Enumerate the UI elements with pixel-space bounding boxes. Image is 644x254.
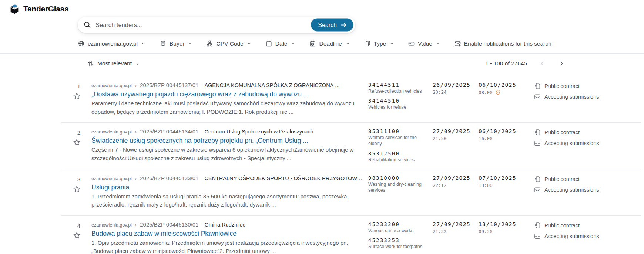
tag-label: Public contract — [544, 129, 580, 136]
filter-type-label: Type — [374, 40, 386, 47]
result-title[interactable]: Usługi prania — [91, 184, 362, 191]
star-icon — [73, 185, 81, 194]
result-buyer: AGENCJA KOMUNALNA SPÓŁKA Z OGRANICZONĄ .… — [204, 82, 339, 88]
result-title[interactable]: „Dostawa używanego pojazdu ciężarowego w… — [91, 90, 362, 98]
hierarchy-icon — [206, 40, 213, 47]
breadcrumb: ezamowienia.gov.pl › 2025/BZP 00445133/0… — [91, 175, 362, 181]
breadcrumb-chevron-icon: › — [135, 129, 137, 135]
result-description: Parametry i dane techniczne jaki musi po… — [91, 99, 362, 116]
favorite-star-button[interactable] — [73, 185, 81, 194]
breadcrumb: ezamowienia.gov.pl › 2025/BZP 00445137/0… — [91, 82, 362, 88]
app-header: TenderGlass Search ezamowienia.gov.pl Bu… — [0, 0, 644, 47]
cpv-column: 45233200 Various surface works 45233253 … — [368, 221, 427, 254]
tags-column: Public contract Accepting submissions — [534, 221, 603, 254]
contract-icon — [534, 175, 541, 183]
cpv-name: Surface work for footpaths — [368, 244, 427, 250]
prev-page-button[interactable] — [538, 59, 546, 67]
inbox-icon — [534, 186, 541, 194]
cpv-item: 98310000 Washing and dry-cleaning servic… — [368, 175, 427, 194]
header-divider — [0, 53, 644, 54]
cpv-name: Rehabilitation services — [368, 157, 427, 163]
result-description: 1. Opis przedmiotu zamówienia: Przedmiot… — [91, 239, 362, 254]
tag-public-contract: Public contract — [534, 83, 603, 90]
result-title[interactable]: Budowa placu zabaw w miejscowości Pławni… — [91, 230, 362, 238]
filter-type[interactable]: Type — [364, 40, 395, 47]
cpv-code: 45233253 — [368, 237, 427, 243]
filter-buyer[interactable]: Buyer — [160, 40, 193, 47]
cpv-column: 98310000 Washing and dry-cleaning servic… — [368, 175, 427, 209]
published-date: 27/09/2025 — [433, 221, 473, 227]
favorite-star-button[interactable] — [73, 231, 81, 240]
result-description: Część nr 7 - Nowe usługi społeczne w zak… — [91, 146, 362, 162]
brand-name: TenderGlass — [23, 4, 68, 13]
banknote-icon — [408, 40, 415, 47]
star-icon — [73, 92, 81, 100]
sort-icon — [87, 60, 94, 67]
tag-accepting-submissions: Accepting submissions — [534, 233, 603, 240]
chevron-down-icon — [135, 61, 140, 66]
next-page-button[interactable] — [557, 59, 566, 67]
brand[interactable]: TenderGlass — [0, 0, 644, 14]
cpv-column: 85311100 Welfare services for the elderl… — [368, 128, 427, 163]
result-description: 1. Przedmiotem zamówienia są usługi pran… — [91, 192, 362, 209]
result-gutter: 3 — [61, 175, 85, 209]
sort-control[interactable]: Most relevant — [87, 60, 140, 67]
result-title[interactable]: Świadczenie usług społecznych na potrzeb… — [91, 137, 362, 145]
favorite-star-button[interactable] — [73, 138, 81, 147]
breadcrumb-chevron-icon: › — [135, 176, 137, 181]
tag-label: Accepting submissions — [544, 93, 599, 100]
result-source: ezamowienia.gov.pl — [91, 222, 132, 228]
pages-icon — [364, 40, 371, 47]
filter-source[interactable]: ezamowienia.gov.pl — [78, 40, 146, 47]
filter-date[interactable]: Date — [265, 40, 296, 47]
cpv-name: Various surface works — [368, 228, 427, 234]
deadline-date: 07/10/2025 — [479, 175, 528, 181]
result-row: 3 ezamowienia.gov.pl › 2025/BZP 00445133… — [61, 169, 641, 215]
chevron-right-icon — [558, 60, 565, 67]
filter-cpv-code[interactable]: CPV Code — [206, 40, 251, 47]
result-index: 2 — [77, 129, 80, 136]
result-index: 3 — [77, 176, 80, 182]
deadline-time: 13:00 — [479, 182, 528, 188]
cpv-item: 85311100 Welfare services for the elderl… — [368, 128, 427, 147]
result-buyer: Centrum Usług Społecznych w Działoszycac… — [204, 129, 313, 135]
breadcrumb: ezamowienia.gov.pl › 2025/BZP 00445134/0… — [91, 128, 362, 135]
result-buyer: CENTRALNY OŚRODEK SPORTU - OŚRODEK PRZYG… — [204, 175, 362, 181]
search-button[interactable]: Search — [311, 19, 353, 32]
tags-column: Public contract Accepting submissions — [534, 175, 603, 209]
chevron-down-icon — [436, 41, 440, 46]
pagination-label: 1 - 100 of 27645 — [485, 60, 527, 67]
favorite-star-button[interactable] — [73, 92, 81, 100]
published-date: 27/09/2025 — [433, 128, 473, 134]
deadline-date: 13/10/2025 — [479, 221, 528, 227]
filter-bar: ezamowienia.gov.pl Buyer CPV Code Date D… — [78, 40, 644, 47]
result-source: ezamowienia.gov.pl — [91, 83, 132, 88]
tags-column: Public contract Accepting submissions — [534, 82, 603, 116]
published-time: 22:12 — [433, 182, 473, 188]
results-toolbar: Most relevant 1 - 100 of 27645 — [87, 59, 566, 67]
search-icon — [83, 21, 91, 29]
filter-deadline[interactable]: Deadline — [309, 40, 350, 47]
contract-icon — [534, 222, 541, 229]
deadline-time: 09:30 — [479, 229, 528, 234]
chevron-down-icon — [188, 41, 192, 46]
result-row: 2 ezamowienia.gov.pl › 2025/BZP 00445134… — [61, 122, 641, 169]
search-bar: Search — [78, 17, 355, 33]
published-column: 27/09/2025 22:12 — [433, 175, 473, 209]
calendar-icon — [265, 40, 272, 47]
result-index: 1 — [77, 83, 80, 89]
chevron-down-icon — [141, 41, 146, 46]
tag-label: Public contract — [544, 222, 580, 229]
sort-label: Most relevant — [97, 60, 132, 67]
result-id: 2025/BZP 00445133/01 — [140, 175, 198, 181]
mail-plus-icon — [454, 40, 461, 47]
cpv-name: Refuse-collection vehicles — [368, 88, 427, 94]
cpv-item: 45233253 Surface work for footpaths — [368, 237, 427, 250]
star-icon — [73, 138, 81, 147]
inbox-icon — [534, 232, 541, 240]
result-gutter: 1 — [61, 82, 85, 116]
enable-notifications-button[interactable]: Enable notifications for this search — [454, 40, 551, 47]
tag-label: Accepting submissions — [544, 187, 599, 194]
tag-label: Public contract — [544, 83, 580, 90]
filter-value[interactable]: Value — [408, 40, 440, 47]
